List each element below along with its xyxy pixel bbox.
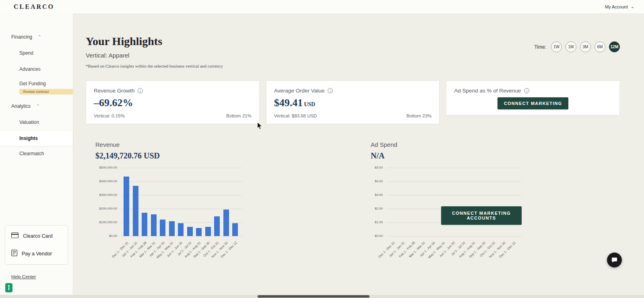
y-axis: $5.00$4.00$3.00$2.00$1.00$0.00 — [371, 168, 384, 236]
y-tick-label: $400,000.00 — [99, 179, 118, 183]
aov-percentile: Bottom 23% — [407, 113, 432, 118]
sidebar-section-analytics[interactable]: Analytics ⌃ — [11, 103, 73, 109]
page-header: Your Highlights Vertical: Apparel *Based… — [86, 35, 620, 68]
ad-spend-bar-chart: $5.00$4.00$3.00$2.00$1.00$0.00 CONNECT M… — [371, 168, 620, 270]
disclaimer-text: *Based on Clearco insights within the se… — [86, 64, 223, 68]
y-tick-label: $0.00 — [375, 234, 383, 238]
time-pill-6m[interactable]: 6M — [594, 41, 605, 52]
y-tick-label: $1.00 — [375, 220, 383, 224]
sidebar-item-get-funding[interactable]: Get Funding — [19, 81, 73, 86]
y-tick-label: $3.00 — [375, 193, 383, 197]
my-account-menu[interactable]: My Account ⌄ — [605, 4, 634, 9]
y-tick-label: $100,000.00 — [99, 220, 118, 224]
bar — [160, 220, 165, 236]
revenue-growth-percentile: Bottom 21% — [226, 113, 252, 118]
clearco-logo: CLEARCO — [14, 3, 54, 10]
revenue-growth-card: Revenue Growth i –69.62% Vertical: 0.15%… — [86, 80, 260, 124]
bar — [169, 221, 175, 236]
revenue-bar-chart: $500,000.00$400,000.00$300,000.00$200,00… — [95, 168, 371, 270]
bar — [223, 210, 229, 236]
gridline — [121, 236, 242, 236]
gridline — [121, 181, 242, 182]
gridline — [387, 181, 522, 182]
sidebar-item-pay-a-vendor[interactable]: Pay a Vendor — [5, 245, 68, 263]
y-tick-label: $2.00 — [375, 207, 383, 210]
clearco-card-label: Clearco Card — [23, 233, 53, 239]
person-icon — [7, 285, 11, 291]
bar — [124, 177, 129, 236]
connect-marketing-button[interactable]: CONNECT MARKETING — [497, 97, 568, 109]
highlight-cards: Revenue Growth i –69.62% Vertical: 0.15%… — [86, 80, 620, 124]
review-contract-badge: Review contract — [19, 89, 73, 95]
info-icon[interactable]: i — [138, 88, 143, 93]
bar — [151, 214, 157, 236]
time-pill-1w[interactable]: 1W — [551, 41, 562, 52]
help-center-link[interactable]: Help Center — [11, 274, 73, 279]
bar — [178, 223, 184, 236]
sidebar-item-spend[interactable]: Spend — [19, 50, 73, 56]
revenue-growth-vertical: Vertical: 0.15% — [94, 113, 125, 118]
revenue-growth-value: –69.62% — [94, 97, 252, 109]
revenue-chart-block: Revenue $2,149,720.76 USD $500,000.00$40… — [86, 141, 371, 270]
sidebar-spacer — [0, 156, 73, 225]
bar — [214, 216, 220, 236]
ad-spend-chart-block: Ad Spend N/A $5.00$4.00$3.00$2.00$1.00$0… — [371, 141, 620, 270]
horizontal-scrollbar-thumb[interactable] — [258, 295, 369, 298]
info-icon[interactable]: i — [328, 88, 333, 93]
gridline — [121, 195, 242, 195]
sidebar-item-insights[interactable]: Insights — [0, 131, 73, 146]
gridline — [387, 236, 522, 236]
connect-marketing-accounts-button[interactable]: CONNECT MARKETING ACCOUNTS — [441, 206, 522, 225]
gridline — [387, 168, 522, 168]
aov-vertical: Vertical: $83.68 USD — [274, 113, 317, 118]
pay-vendor-label: Pay a Vendor — [22, 251, 52, 257]
time-pill-1m[interactable]: 1M — [566, 41, 576, 52]
y-tick-label: $5.00 — [375, 166, 383, 169]
revenue-growth-title: Revenue Growth — [94, 88, 134, 94]
chevron-up-icon: ⌃ — [36, 104, 39, 108]
time-filter-label: Time: — [534, 44, 546, 50]
financing-label: Financing — [11, 34, 32, 40]
bar — [196, 228, 202, 236]
horizontal-scrollbar-track[interactable] — [0, 295, 644, 298]
time-pill-12m[interactable]: 12M — [609, 41, 620, 52]
accessibility-widget[interactable] — [5, 283, 12, 292]
y-tick-label: $0.00 — [109, 234, 117, 238]
y-tick-label: $200,000.00 — [99, 207, 118, 210]
chat-bubble-icon — [611, 257, 618, 263]
y-tick-label: $300,000.00 — [99, 193, 118, 197]
info-icon[interactable]: i — [524, 88, 529, 93]
chevron-up-icon: ⌃ — [38, 35, 41, 39]
time-pill-3m[interactable]: 3M — [580, 41, 591, 52]
ad-spend-percent-card: Ad Spend as % of Revenue i CONNECT MARKE… — [446, 80, 620, 115]
page-title: Your Highlights — [86, 35, 223, 48]
average-order-value-card: Average Order Value i $49.41USD Vertical… — [266, 80, 440, 124]
sidebar-item-clearmatch[interactable]: Clearmatch — [19, 151, 73, 156]
main-content: Your Highlights Vertical: Apparel *Based… — [74, 13, 644, 298]
gridline — [387, 195, 522, 195]
vertical-subtitle: Vertical: Apparel — [86, 52, 223, 59]
x-axis-labels: Dec 1 - Dec 31Jan 1 - Jan 31Feb 1 - Feb … — [387, 239, 522, 270]
x-axis-labels: Dec 1 - Dec 31Jan 1 - Jan 31Feb 1 - Feb … — [121, 239, 242, 270]
sidebar-quick-actions: Clearco Card Pay a Vendor — [5, 225, 68, 265]
chevron-down-icon: ⌄ — [631, 4, 634, 9]
chat-widget-button[interactable] — [607, 253, 622, 267]
y-tick-label: $500,000.00 — [99, 166, 118, 169]
sidebar-item-advances[interactable]: Advances — [19, 66, 73, 72]
plot-area: CONNECT MARKETING ACCOUNTS — [387, 168, 522, 236]
sidebar: Financing ⌃ Spend Advances Get Funding R… — [0, 13, 73, 298]
gridline — [121, 168, 242, 168]
aov-unit: USD — [304, 101, 315, 107]
sidebar-section-financing[interactable]: Financing ⌃ — [11, 34, 73, 40]
my-account-label: My Account — [605, 4, 628, 9]
ad-spend-total: N/A — [371, 151, 620, 160]
aov-value: $49.41USD — [274, 97, 432, 109]
revenue-chart-label: Revenue — [95, 141, 371, 148]
sidebar-item-clearco-card[interactable]: Clearco Card — [5, 227, 68, 245]
bar — [232, 223, 238, 236]
time-filter: Time: 1W1M3M6M12M — [534, 41, 620, 52]
charts-section: Revenue $2,149,720.76 USD $500,000.00$40… — [86, 141, 620, 270]
sidebar-item-valuation[interactable]: Valuation — [19, 119, 73, 125]
revenue-total: $2,149,720.76 USD — [95, 151, 371, 160]
bar — [133, 186, 138, 236]
